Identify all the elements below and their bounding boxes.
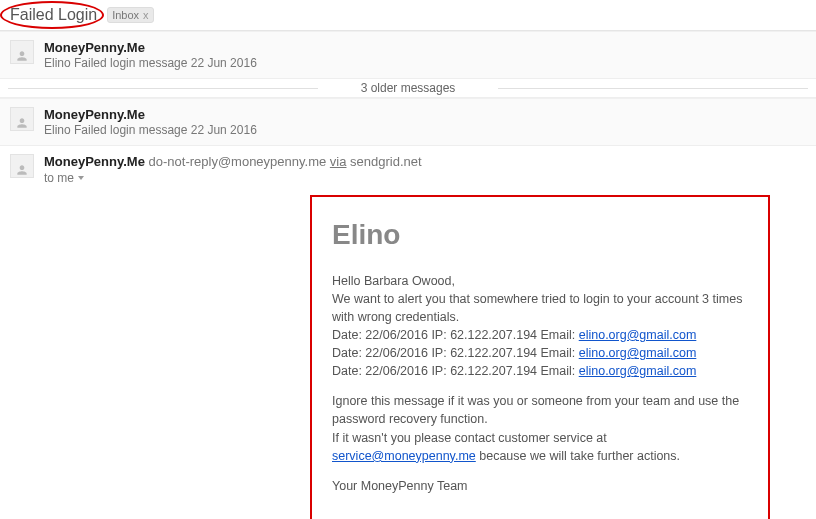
via-host: sendgrid.net <box>350 154 422 169</box>
expanded-header: MoneyPenny.Me do-not-reply@moneypenny.me… <box>10 154 806 185</box>
label-chip-text: Inbox <box>112 9 139 21</box>
message-snippet: Elino Failed login message 22 Jun 2016 <box>44 123 806 137</box>
attempt-email-link[interactable]: elino.org@gmail.com <box>579 328 697 342</box>
body-intro: Hello Barbara Owood, We want to alert yo… <box>332 272 748 381</box>
sender-name: MoneyPenny.Me <box>44 107 806 122</box>
avatar <box>10 107 34 131</box>
contact-line: If it wasn't you please contact customer… <box>332 429 748 465</box>
collapsed-message[interactable]: MoneyPenny.Me Elino Failed login message… <box>0 98 816 145</box>
person-icon <box>15 49 29 63</box>
sender-name: MoneyPenny.Me <box>44 40 806 55</box>
greeting: Hello Barbara Owood, <box>332 272 748 290</box>
body-instructions: Ignore this message if it was you or som… <box>332 392 748 465</box>
ignore-text: Ignore this message if it was you or som… <box>332 392 748 428</box>
contact-pre: If it wasn't you please contact customer… <box>332 431 607 445</box>
login-attempt: Date: 22/06/2016 IP: 62.122.207.194 Emai… <box>332 344 748 362</box>
message-meta: MoneyPenny.Me Elino Failed login message… <box>44 40 806 70</box>
avatar <box>10 40 34 64</box>
support-email-link[interactable]: service@moneypenny.me <box>332 449 476 463</box>
login-attempt: Date: 22/06/2016 IP: 62.122.207.194 Emai… <box>332 326 748 344</box>
login-attempt: Date: 22/06/2016 IP: 62.122.207.194 Emai… <box>332 362 748 380</box>
from-line: MoneyPenny.Me do-not-reply@moneypenny.me… <box>44 154 422 169</box>
message-snippet: Elino Failed login message 22 Jun 2016 <box>44 56 806 70</box>
chevron-down-icon[interactable] <box>78 176 84 180</box>
contact-post: because we will take further actions. <box>476 449 680 463</box>
to-text: to me <box>44 171 74 185</box>
subject-text: Failed Login <box>10 6 97 23</box>
email-body: Elino Hello Barbara Owood, We want to al… <box>310 195 770 519</box>
attempt-prefix: Date: 22/06/2016 IP: 62.122.207.194 Emai… <box>332 364 579 378</box>
from-name: MoneyPenny.Me <box>44 154 145 169</box>
via-label: via <box>330 154 347 169</box>
attempt-email-link[interactable]: elino.org@gmail.com <box>579 364 697 378</box>
attempt-prefix: Date: 22/06/2016 IP: 62.122.207.194 Emai… <box>332 346 579 360</box>
person-icon <box>15 116 29 130</box>
to-line[interactable]: to me <box>44 171 422 185</box>
expanded-from-block: MoneyPenny.Me do-not-reply@moneypenny.me… <box>44 154 422 185</box>
thread-subject: Failed Login <box>10 6 97 24</box>
message-meta: MoneyPenny.Me Elino Failed login message… <box>44 107 806 137</box>
expanded-message: MoneyPenny.Me do-not-reply@moneypenny.me… <box>0 145 816 519</box>
thread-header: Failed Login Inbox x <box>0 0 816 31</box>
attempt-email-link[interactable]: elino.org@gmail.com <box>579 346 697 360</box>
label-chip-inbox[interactable]: Inbox x <box>107 7 153 23</box>
person-icon <box>15 163 29 177</box>
avatar <box>10 154 34 178</box>
from-address: do-not-reply@moneypenny.me <box>149 154 327 169</box>
label-remove-icon[interactable]: x <box>143 9 149 21</box>
intro-text: We want to alert you that somewhere trie… <box>332 290 748 326</box>
body-brand: Elino <box>332 215 748 256</box>
signoff: Your MoneyPenny Team <box>332 477 748 495</box>
older-messages-bar[interactable]: 3 older messages <box>0 78 816 98</box>
collapsed-message[interactable]: MoneyPenny.Me Elino Failed login message… <box>0 31 816 78</box>
attempt-prefix: Date: 22/06/2016 IP: 62.122.207.194 Emai… <box>332 328 579 342</box>
older-messages-text: 3 older messages <box>361 81 456 95</box>
